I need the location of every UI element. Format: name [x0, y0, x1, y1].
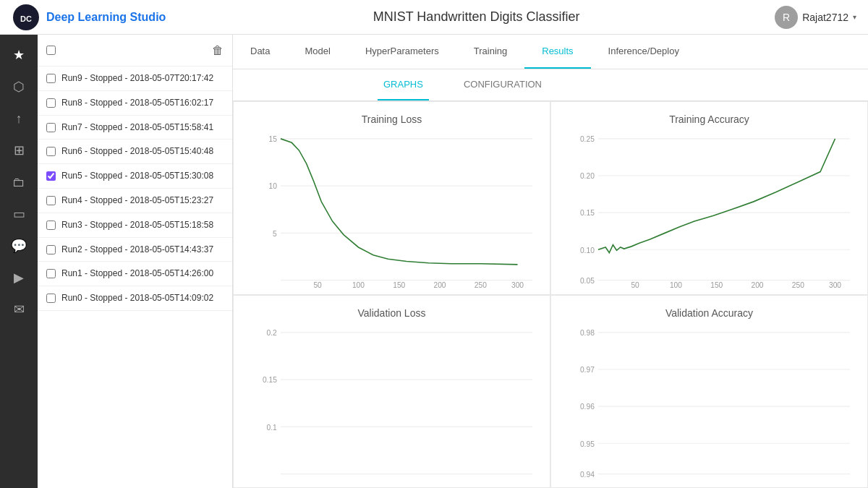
sidebar-icon-upload[interactable]: ↑: [4, 104, 33, 133]
svg-text:100: 100: [352, 281, 365, 288]
validation-loss-chart: Validation Loss 0.2 0.15 0.1: [233, 295, 550, 489]
run-checkbox-3[interactable]: [46, 147, 56, 156]
svg-text:0.98: 0.98: [580, 328, 595, 336]
header-title: MNIST Handwritten Digits Classifier: [178, 9, 775, 25]
sidebar-icon-mail[interactable]: ✉: [4, 295, 33, 324]
header: DC Deep Learning Studio MNIST Handwritte…: [0, 0, 868, 35]
run-item[interactable]: Run9 - Stopped - 2018-05-07T20:17:42: [38, 67, 232, 91]
sub-tab-configuration[interactable]: CONFIGURATION: [458, 69, 548, 100]
svg-text:300: 300: [829, 281, 841, 288]
svg-text:DC: DC: [20, 14, 32, 23]
nav-tab-results[interactable]: Results: [524, 35, 590, 69]
svg-text:0.10: 0.10: [580, 245, 595, 254]
run-item[interactable]: Run6 - Stopped - 2018-05-05T15:40:48: [38, 140, 232, 164]
run-label: Run6 - Stopped - 2018-05-05T15:40:48: [61, 145, 213, 158]
svg-text:0.1: 0.1: [267, 422, 277, 431]
sidebar-icon-grid[interactable]: ⊞: [4, 136, 33, 165]
training-accuracy-chart: Training Accuracy 0.25 0.20 0.15 0.10: [550, 101, 868, 295]
svg-text:300: 300: [511, 281, 524, 288]
nav-tab-hyperparameters[interactable]: HyperParameters: [348, 35, 456, 69]
run-item[interactable]: Run3 - Stopped - 2018-05-05T15:18:58: [38, 213, 232, 238]
svg-text:0.94: 0.94: [580, 469, 595, 478]
svg-text:0.2: 0.2: [267, 328, 277, 336]
run-checkbox-0[interactable]: [46, 74, 56, 83]
charts-grid: Training Loss 15 10 5 50 100: [233, 101, 868, 488]
nav-tab-training[interactable]: Training: [456, 35, 524, 69]
run-checkbox-9[interactable]: [46, 294, 56, 303]
sub-tab-graphs[interactable]: GRAPHS: [378, 69, 429, 100]
run-item[interactable]: Run5 - Stopped - 2018-05-05T15:30:08: [38, 164, 232, 189]
user-name: Rajat2712: [802, 12, 848, 23]
run-item[interactable]: Run8 - Stopped - 2018-05-05T16:02:17: [38, 91, 232, 116]
run-item[interactable]: Run0 - Stopped - 2018-05-05T14:09:02: [38, 286, 232, 311]
nav-tab-model[interactable]: Model: [287, 35, 347, 69]
run-label: Run9 - Stopped - 2018-05-07T20:17:42: [61, 72, 213, 85]
svg-text:0.05: 0.05: [580, 276, 595, 285]
nav-tab-data[interactable]: Data: [233, 35, 287, 69]
validation-accuracy-title: Validation Accuracy: [665, 307, 753, 319]
svg-text:0.15: 0.15: [263, 375, 277, 384]
delete-button[interactable]: 🗑: [212, 44, 224, 57]
chevron-down-icon: ▾: [853, 13, 856, 21]
run-label: Run2 - Stopped - 2018-05-05T14:43:37: [61, 244, 213, 256]
sub-tabs: GRAPHSCONFIGURATION: [233, 69, 868, 101]
runs-list: Run9 - Stopped - 2018-05-07T20:17:42Run8…: [38, 67, 232, 488]
run-item[interactable]: Run4 - Stopped - 2018-05-05T15:23:27: [38, 189, 232, 213]
svg-text:0.97: 0.97: [580, 365, 595, 374]
svg-text:10: 10: [268, 181, 277, 190]
logo-area: DC Deep Learning Studio: [12, 3, 178, 32]
run-checkbox-4[interactable]: [46, 171, 56, 181]
run-checkbox-1[interactable]: [46, 98, 56, 108]
logo-icon: DC: [12, 3, 41, 32]
sidebar-icon-chat[interactable]: 💬: [4, 231, 33, 260]
svg-text:5: 5: [273, 228, 277, 237]
main-layout: ★ ⬡ ↑ ⊞ 🗀 ▭ 💬 ▶ ✉ 🗑 Run9 - Stopped - 201…: [0, 35, 868, 488]
svg-text:250: 250: [792, 281, 804, 288]
left-panel: 🗑 Run9 - Stopped - 2018-05-07T20:17:42Ru…: [38, 35, 233, 488]
run-checkbox-6[interactable]: [46, 221, 56, 230]
run-label: Run8 - Stopped - 2018-05-05T16:02:17: [61, 97, 213, 109]
sidebar-icon-folder[interactable]: 🗀: [4, 168, 33, 197]
training-loss-area: 15 10 5 50 100 150 200 250 300: [251, 131, 532, 288]
run-item[interactable]: Run7 - Stopped - 2018-05-05T15:58:41: [38, 116, 232, 140]
svg-text:200: 200: [752, 281, 764, 288]
svg-text:0.15: 0.15: [580, 208, 595, 217]
validation-accuracy-area: 0.98 0.97 0.96 0.95 0.94: [569, 325, 850, 482]
select-all-checkbox[interactable]: [46, 46, 56, 55]
run-checkbox-8[interactable]: [46, 269, 56, 278]
training-accuracy-title: Training Accuracy: [669, 114, 749, 125]
run-label: Run7 - Stopped - 2018-05-05T15:58:41: [61, 121, 213, 134]
top-nav: DataModelHyperParametersTrainingResultsI…: [233, 35, 868, 69]
validation-accuracy-chart: Validation Accuracy 0.98 0.97 0.96 0.95: [550, 295, 868, 489]
sidebar-icon-play[interactable]: ▶: [4, 263, 33, 292]
training-loss-title: Training Loss: [362, 114, 422, 125]
svg-text:150: 150: [393, 281, 405, 288]
svg-text:15: 15: [268, 134, 277, 143]
run-checkbox-2[interactable]: [46, 123, 56, 132]
training-loss-chart: Training Loss 15 10 5 50 100: [233, 101, 550, 295]
training-loss-svg: 15 10 5 50 100 150 200 250 300: [251, 131, 532, 288]
run-item[interactable]: Run2 - Stopped - 2018-05-05T14:43:37: [38, 238, 232, 262]
svg-text:200: 200: [434, 281, 446, 288]
run-item[interactable]: Run1 - Stopped - 2018-05-05T14:26:00: [38, 262, 232, 286]
svg-text:150: 150: [710, 281, 723, 288]
runs-header: 🗑: [38, 35, 232, 67]
content-area: DataModelHyperParametersTrainingResultsI…: [233, 35, 868, 488]
svg-text:0.20: 0.20: [580, 171, 595, 180]
user-area[interactable]: R Rajat2712 ▾: [775, 6, 856, 29]
sidebar-icon-database[interactable]: ⬡: [4, 72, 33, 101]
sidebar-icon-monitor[interactable]: ▭: [4, 200, 33, 228]
svg-text:0.96: 0.96: [580, 402, 595, 411]
run-checkbox-5[interactable]: [46, 196, 56, 205]
validation-loss-area: 0.2 0.15 0.1: [251, 325, 532, 482]
run-label: Run1 - Stopped - 2018-05-05T14:26:00: [61, 267, 213, 280]
run-label: Run3 - Stopped - 2018-05-05T15:18:58: [61, 219, 213, 231]
svg-text:50: 50: [631, 281, 639, 288]
nav-tab-inference-deploy[interactable]: Inference/Deploy: [591, 35, 697, 69]
training-accuracy-area: 0.25 0.20 0.15 0.10 0.05 50 100 150 200 …: [569, 131, 850, 288]
logo-text: Deep Learning Studio: [46, 11, 166, 24]
run-checkbox-7[interactable]: [46, 245, 56, 254]
sidebar-icon-star[interactable]: ★: [4, 40, 33, 69]
run-label: Run0 - Stopped - 2018-05-05T14:09:02: [61, 292, 213, 304]
validation-loss-title: Validation Loss: [358, 307, 426, 319]
